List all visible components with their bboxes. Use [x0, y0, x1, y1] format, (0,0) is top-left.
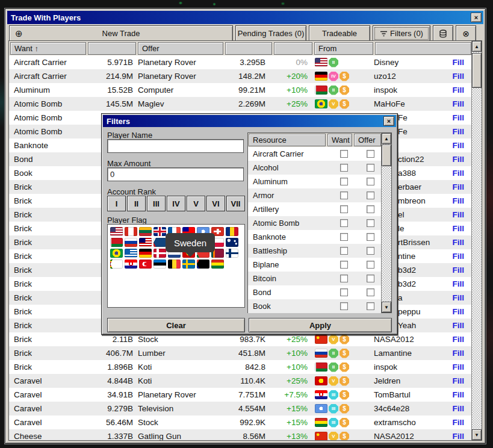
fill-link[interactable]: Fill	[453, 169, 465, 178]
fill-link[interactable]: Fill	[453, 349, 465, 358]
flag-icon-ru[interactable]	[125, 238, 137, 247]
want-checkbox[interactable]	[331, 261, 356, 269]
filters-button[interactable]: Filters (0)	[373, 25, 430, 42]
clear-button[interactable]: Clear	[107, 318, 245, 332]
offer-checkbox[interactable]	[356, 233, 384, 241]
want-checkbox[interactable]	[331, 275, 356, 282]
fill-link[interactable]: Fill	[453, 141, 465, 150]
flag-icon-cz[interactable]	[153, 238, 166, 247]
flag-icon-br[interactable]	[110, 249, 123, 258]
fill-link[interactable]: Fill	[453, 321, 465, 330]
fill-link[interactable]: Fill	[453, 335, 465, 344]
rank-button-v[interactable]: V	[187, 196, 205, 211]
offer-checkbox[interactable]	[356, 205, 384, 213]
fill-link[interactable]: Fill	[453, 113, 465, 122]
flag-icon-ee[interactable]	[153, 260, 166, 269]
resource-scroll-up-icon[interactable]: ▲	[382, 133, 391, 144]
want-checkbox[interactable]	[331, 247, 356, 255]
fill-link[interactable]: Fill	[453, 307, 465, 316]
offer-checkbox[interactable]	[356, 191, 384, 199]
max-amount-input[interactable]	[107, 167, 244, 181]
resource-scroll-down-icon[interactable]: ▼	[382, 302, 391, 313]
flag-icon-au[interactable]	[226, 238, 238, 247]
want-checkbox[interactable]	[331, 219, 356, 227]
want-checkbox[interactable]	[331, 191, 356, 199]
scroll-down-icon[interactable]: ▼	[472, 429, 482, 440]
want-column-header[interactable]: Want	[327, 134, 352, 146]
flag-icon-gb[interactable]	[153, 227, 166, 236]
flag-icon-us[interactable]	[110, 227, 123, 236]
fill-link[interactable]: Fill	[453, 86, 465, 95]
offer-checkbox[interactable]	[356, 288, 384, 296]
want-checkbox[interactable]	[331, 150, 356, 158]
fill-link[interactable]: Fill	[453, 418, 465, 427]
offer-checkbox[interactable]	[356, 219, 384, 227]
flag-icon-ca[interactable]	[125, 227, 137, 236]
clear-filters-button[interactable]: ⊗	[456, 25, 476, 42]
flag-icon-gr[interactable]	[125, 249, 137, 258]
flag-icon-bo[interactable]	[211, 260, 224, 269]
fill-link[interactable]: Fill	[453, 404, 465, 413]
offer-checkbox[interactable]	[356, 178, 384, 185]
offer-checkbox[interactable]	[356, 164, 384, 172]
database-button[interactable]	[433, 25, 453, 42]
fill-link[interactable]: Fill	[453, 224, 465, 233]
table-scrollbar[interactable]: ▲ ▼	[471, 41, 482, 440]
fill-link[interactable]: Fill	[453, 72, 465, 81]
rank-button-iii[interactable]: III	[147, 196, 166, 211]
fill-link[interactable]: Fill	[453, 266, 465, 275]
flag-icon-be[interactable]	[168, 260, 181, 269]
want-checkbox[interactable]	[331, 164, 356, 172]
dialog-close-icon[interactable]: ×	[383, 116, 394, 126]
flag-icon-de[interactable]	[139, 249, 152, 258]
flag-icon-za[interactable]	[197, 260, 209, 269]
want-checkbox[interactable]	[331, 302, 356, 310]
want-checkbox[interactable]	[331, 205, 356, 213]
column-header-offer-amount[interactable]	[225, 42, 272, 55]
flag-icon-zw[interactable]	[110, 260, 123, 269]
tradeable-button[interactable]: Tradeable	[309, 25, 370, 42]
fill-link[interactable]: Fill	[453, 432, 465, 441]
flag-icon-hr[interactable]	[125, 260, 137, 269]
fill-link[interactable]: Fill	[453, 155, 465, 164]
fill-link[interactable]: Fill	[453, 182, 465, 191]
scroll-up-icon[interactable]: ▲	[472, 41, 482, 52]
resource-scrollbar[interactable]: ▲ ▼	[381, 133, 391, 313]
want-checkbox[interactable]	[331, 233, 356, 241]
fill-link[interactable]: Fill	[453, 252, 465, 261]
fill-link[interactable]: Fill	[453, 99, 465, 108]
rank-button-vii[interactable]: VII	[226, 196, 245, 211]
column-header-want-amount[interactable]	[88, 42, 136, 55]
close-icon[interactable]: ×	[471, 13, 482, 22]
fill-link[interactable]: Fill	[453, 376, 465, 385]
offer-checkbox[interactable]	[356, 261, 384, 269]
flag-icon-ro[interactable]	[226, 227, 238, 236]
flag-icon-fi[interactable]	[226, 249, 238, 258]
flag-icon-by[interactable]	[110, 238, 123, 247]
flag-icon-lt[interactable]	[139, 227, 152, 236]
want-checkbox[interactable]	[331, 178, 356, 185]
fill-link[interactable]: Fill	[453, 196, 465, 205]
fill-link[interactable]: Fill	[453, 279, 465, 288]
offer-checkbox[interactable]	[356, 150, 384, 158]
flag-icon-dk[interactable]	[153, 249, 166, 258]
fill-link[interactable]: Fill	[453, 362, 465, 372]
flag-icon-my[interactable]	[139, 238, 152, 247]
column-header-want[interactable]: Want ↑	[10, 42, 86, 55]
resource-scrollbar-thumb[interactable]	[382, 145, 391, 166]
offer-checkbox[interactable]	[356, 247, 384, 255]
rank-button-vi[interactable]: VI	[206, 196, 225, 211]
offer-column-header[interactable]: Offer	[354, 134, 381, 146]
rank-button-ii[interactable]: II	[127, 196, 146, 211]
offer-checkbox[interactable]	[356, 302, 384, 310]
fill-link[interactable]: Fill	[453, 238, 465, 247]
fill-link[interactable]: Fill	[453, 390, 465, 399]
rank-button-iv[interactable]: IV	[167, 196, 185, 211]
fill-link[interactable]: Fill	[453, 58, 465, 67]
column-header-percent[interactable]	[274, 42, 312, 55]
column-header-player[interactable]	[375, 42, 471, 55]
pending-trades-button[interactable]: Pending Trades (0)	[235, 25, 306, 42]
flag-icon-tr[interactable]	[139, 260, 152, 269]
fill-link[interactable]: Fill	[453, 127, 465, 136]
fill-link[interactable]: Fill	[453, 210, 465, 219]
